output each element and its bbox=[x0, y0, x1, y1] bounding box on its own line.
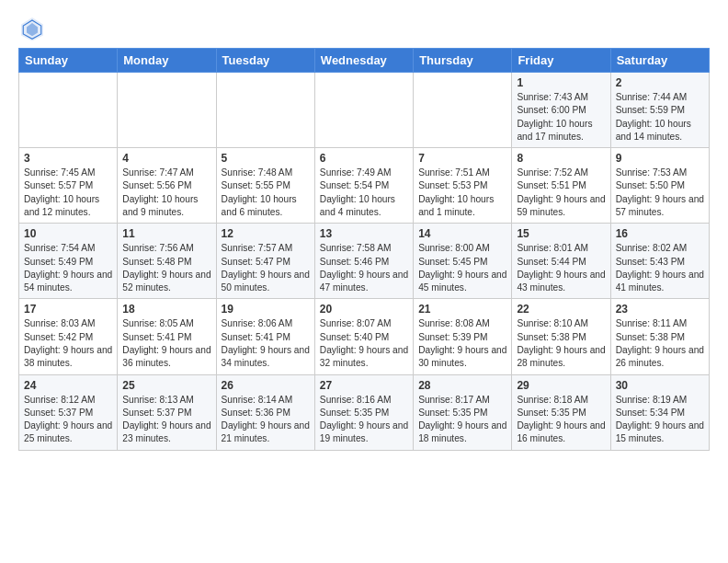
day-cell bbox=[314, 73, 413, 148]
day-cell bbox=[414, 73, 512, 148]
day-cell: 11Sunrise: 7:56 AM Sunset: 5:48 PM Dayli… bbox=[118, 224, 216, 299]
day-number: 15 bbox=[517, 227, 605, 240]
day-cell: 25Sunrise: 8:13 AM Sunset: 5:37 PM Dayli… bbox=[118, 374, 216, 450]
day-info: Sunrise: 8:13 AM Sunset: 5:37 PM Dayligh… bbox=[122, 394, 210, 446]
day-cell: 15Sunrise: 8:01 AM Sunset: 5:44 PM Dayli… bbox=[512, 224, 610, 299]
day-number: 14 bbox=[418, 227, 506, 240]
header bbox=[18, 15, 710, 42]
day-header-friday: Friday bbox=[512, 49, 610, 73]
day-number: 30 bbox=[616, 379, 704, 392]
day-header-sunday: Sunday bbox=[19, 49, 118, 73]
day-info: Sunrise: 8:00 AM Sunset: 5:45 PM Dayligh… bbox=[418, 242, 506, 294]
day-cell: 1Sunrise: 7:43 AM Sunset: 6:00 PM Daylig… bbox=[512, 73, 610, 148]
day-cell: 28Sunrise: 8:17 AM Sunset: 5:35 PM Dayli… bbox=[414, 374, 512, 450]
day-info: Sunrise: 7:58 AM Sunset: 5:46 PM Dayligh… bbox=[320, 242, 408, 294]
day-cell: 6Sunrise: 7:49 AM Sunset: 5:54 PM Daylig… bbox=[314, 148, 413, 224]
day-cell bbox=[118, 73, 216, 148]
day-info: Sunrise: 7:48 AM Sunset: 5:55 PM Dayligh… bbox=[222, 167, 310, 219]
day-info: Sunrise: 7:45 AM Sunset: 5:57 PM Dayligh… bbox=[24, 167, 112, 219]
week-row-5: 24Sunrise: 8:12 AM Sunset: 5:37 PM Dayli… bbox=[19, 374, 710, 450]
day-cell: 20Sunrise: 8:07 AM Sunset: 5:40 PM Dayli… bbox=[314, 299, 413, 374]
day-cell: 14Sunrise: 8:00 AM Sunset: 5:45 PM Dayli… bbox=[414, 224, 512, 299]
day-info: Sunrise: 8:19 AM Sunset: 5:34 PM Dayligh… bbox=[616, 394, 704, 446]
day-info: Sunrise: 7:49 AM Sunset: 5:54 PM Dayligh… bbox=[320, 167, 408, 219]
day-info: Sunrise: 8:07 AM Sunset: 5:40 PM Dayligh… bbox=[320, 317, 408, 370]
day-header-monday: Monday bbox=[118, 49, 216, 73]
day-number: 7 bbox=[418, 152, 506, 165]
day-info: Sunrise: 8:01 AM Sunset: 5:44 PM Dayligh… bbox=[517, 242, 605, 294]
day-number: 22 bbox=[517, 303, 605, 316]
week-row-3: 10Sunrise: 7:54 AM Sunset: 5:49 PM Dayli… bbox=[19, 224, 710, 299]
day-cell bbox=[19, 73, 118, 148]
day-number: 9 bbox=[616, 152, 704, 165]
day-cell: 8Sunrise: 7:52 AM Sunset: 5:51 PM Daylig… bbox=[512, 148, 610, 224]
day-cell: 29Sunrise: 8:18 AM Sunset: 5:35 PM Dayli… bbox=[512, 374, 610, 450]
day-cell: 22Sunrise: 8:10 AM Sunset: 5:38 PM Dayli… bbox=[512, 299, 610, 374]
day-cell: 2Sunrise: 7:44 AM Sunset: 5:59 PM Daylig… bbox=[610, 73, 709, 148]
day-number: 29 bbox=[517, 379, 605, 392]
day-cell: 27Sunrise: 8:16 AM Sunset: 5:35 PM Dayli… bbox=[314, 374, 413, 450]
day-info: Sunrise: 7:43 AM Sunset: 6:00 PM Dayligh… bbox=[517, 91, 605, 144]
day-info: Sunrise: 8:16 AM Sunset: 5:35 PM Dayligh… bbox=[320, 394, 408, 446]
day-cell: 4Sunrise: 7:47 AM Sunset: 5:56 PM Daylig… bbox=[118, 148, 216, 224]
day-info: Sunrise: 7:57 AM Sunset: 5:47 PM Dayligh… bbox=[222, 242, 310, 294]
day-number: 1 bbox=[517, 76, 605, 89]
day-number: 6 bbox=[320, 152, 408, 165]
day-info: Sunrise: 8:12 AM Sunset: 5:37 PM Dayligh… bbox=[24, 394, 112, 446]
day-cell: 5Sunrise: 7:48 AM Sunset: 5:55 PM Daylig… bbox=[216, 148, 314, 224]
days-header-row: SundayMondayTuesdayWednesdayThursdayFrid… bbox=[19, 49, 710, 73]
day-number: 13 bbox=[320, 227, 408, 240]
day-header-saturday: Saturday bbox=[610, 49, 709, 73]
day-cell: 7Sunrise: 7:51 AM Sunset: 5:53 PM Daylig… bbox=[414, 148, 512, 224]
day-info: Sunrise: 8:02 AM Sunset: 5:43 PM Dayligh… bbox=[616, 242, 704, 294]
day-cell: 3Sunrise: 7:45 AM Sunset: 5:57 PM Daylig… bbox=[19, 148, 118, 224]
day-number: 25 bbox=[122, 379, 210, 392]
day-cell: 19Sunrise: 8:06 AM Sunset: 5:41 PM Dayli… bbox=[216, 299, 314, 374]
day-number: 24 bbox=[24, 379, 112, 392]
logo bbox=[18, 15, 50, 42]
day-cell: 21Sunrise: 8:08 AM Sunset: 5:39 PM Dayli… bbox=[414, 299, 512, 374]
day-info: Sunrise: 8:08 AM Sunset: 5:39 PM Dayligh… bbox=[418, 317, 506, 370]
day-number: 18 bbox=[122, 303, 210, 316]
day-header-wednesday: Wednesday bbox=[314, 49, 413, 73]
logo-icon bbox=[18, 15, 46, 42]
day-cell bbox=[216, 73, 314, 148]
day-number: 17 bbox=[24, 303, 112, 316]
day-number: 20 bbox=[320, 303, 408, 316]
day-info: Sunrise: 8:14 AM Sunset: 5:36 PM Dayligh… bbox=[222, 394, 310, 446]
day-number: 11 bbox=[122, 227, 210, 240]
day-info: Sunrise: 8:06 AM Sunset: 5:41 PM Dayligh… bbox=[222, 317, 310, 370]
day-info: Sunrise: 7:56 AM Sunset: 5:48 PM Dayligh… bbox=[122, 242, 210, 294]
day-number: 26 bbox=[222, 379, 310, 392]
day-number: 27 bbox=[320, 379, 408, 392]
day-cell: 12Sunrise: 7:57 AM Sunset: 5:47 PM Dayli… bbox=[216, 224, 314, 299]
day-cell: 18Sunrise: 8:05 AM Sunset: 5:41 PM Dayli… bbox=[118, 299, 216, 374]
day-info: Sunrise: 8:05 AM Sunset: 5:41 PM Dayligh… bbox=[122, 317, 210, 370]
day-number: 3 bbox=[24, 152, 112, 165]
day-info: Sunrise: 8:11 AM Sunset: 5:38 PM Dayligh… bbox=[616, 317, 704, 370]
day-number: 5 bbox=[222, 152, 310, 165]
day-cell: 13Sunrise: 7:58 AM Sunset: 5:46 PM Dayli… bbox=[314, 224, 413, 299]
day-number: 2 bbox=[616, 76, 704, 89]
week-row-1: 1Sunrise: 7:43 AM Sunset: 6:00 PM Daylig… bbox=[19, 73, 710, 148]
day-number: 10 bbox=[24, 227, 112, 240]
calendar-table: SundayMondayTuesdayWednesdayThursdayFrid… bbox=[18, 48, 710, 451]
day-number: 12 bbox=[222, 227, 310, 240]
day-info: Sunrise: 7:53 AM Sunset: 5:50 PM Dayligh… bbox=[616, 167, 704, 219]
day-number: 19 bbox=[222, 303, 310, 316]
day-info: Sunrise: 8:03 AM Sunset: 5:42 PM Dayligh… bbox=[24, 317, 112, 370]
week-row-4: 17Sunrise: 8:03 AM Sunset: 5:42 PM Dayli… bbox=[19, 299, 710, 374]
calendar-page: SundayMondayTuesdayWednesdayThursdayFrid… bbox=[0, 0, 728, 460]
day-info: Sunrise: 7:54 AM Sunset: 5:49 PM Dayligh… bbox=[24, 242, 112, 294]
day-info: Sunrise: 7:51 AM Sunset: 5:53 PM Dayligh… bbox=[418, 167, 506, 219]
day-cell: 16Sunrise: 8:02 AM Sunset: 5:43 PM Dayli… bbox=[610, 224, 709, 299]
day-number: 21 bbox=[418, 303, 506, 316]
day-cell: 23Sunrise: 8:11 AM Sunset: 5:38 PM Dayli… bbox=[610, 299, 709, 374]
day-number: 4 bbox=[122, 152, 210, 165]
day-info: Sunrise: 8:18 AM Sunset: 5:35 PM Dayligh… bbox=[517, 394, 605, 446]
day-number: 8 bbox=[517, 152, 605, 165]
day-info: Sunrise: 8:10 AM Sunset: 5:38 PM Dayligh… bbox=[517, 317, 605, 370]
day-info: Sunrise: 7:44 AM Sunset: 5:59 PM Dayligh… bbox=[616, 91, 704, 144]
day-cell: 17Sunrise: 8:03 AM Sunset: 5:42 PM Dayli… bbox=[19, 299, 118, 374]
day-cell: 9Sunrise: 7:53 AM Sunset: 5:50 PM Daylig… bbox=[610, 148, 709, 224]
